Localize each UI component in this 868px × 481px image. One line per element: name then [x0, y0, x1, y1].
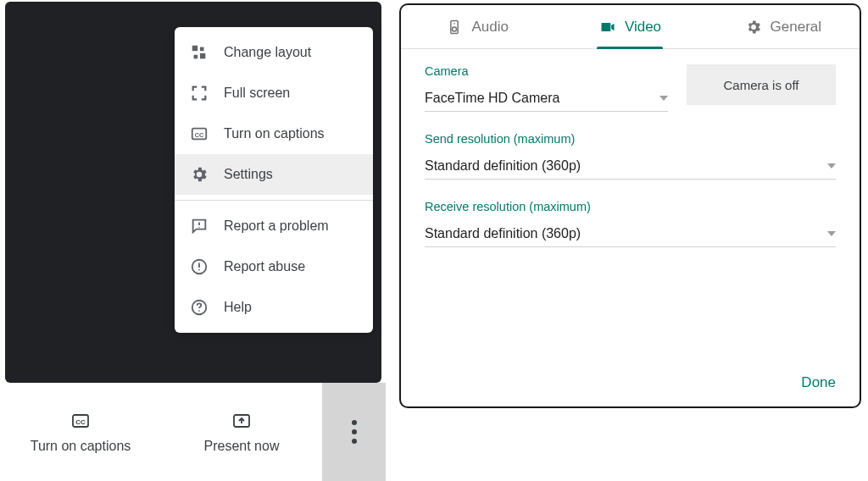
present-icon: [229, 410, 254, 432]
svg-rect-1: [200, 47, 204, 52]
send-resolution-select[interactable]: Standard definition (360p): [425, 152, 836, 180]
present-now-button[interactable]: Present now: [161, 383, 322, 481]
bottom-toolbar: CC Turn on captions Present now: [0, 383, 386, 481]
chevron-down-icon: [827, 163, 836, 169]
svg-point-10: [198, 269, 200, 271]
camera-preview: Camera is off: [687, 64, 836, 105]
left-panel: Change layout Full screen CC Turn on cap…: [0, 0, 386, 481]
tab-label: Video: [625, 19, 661, 36]
svg-point-7: [198, 227, 199, 228]
help-icon: [190, 298, 209, 317]
tab-audio[interactable]: Audio: [401, 5, 554, 48]
svg-rect-0: [192, 46, 198, 51]
receive-resolution-label: Receive resolution (maximum): [425, 200, 836, 213]
camera-field-label: Camera: [425, 64, 668, 78]
menu-item-label: Report a problem: [224, 218, 329, 234]
menu-item-settings[interactable]: Settings: [175, 154, 373, 195]
chevron-down-icon: [827, 231, 836, 236]
menu-item-change-layout[interactable]: Change layout: [175, 32, 373, 73]
more-vertical-icon: [352, 420, 357, 444]
menu-item-label: Change layout: [224, 45, 311, 60]
video-camera-icon: [599, 19, 616, 36]
present-button-label: Present now: [204, 439, 280, 454]
chevron-down-icon: [659, 96, 668, 101]
gear-icon: [190, 165, 209, 184]
tab-video[interactable]: Video: [554, 5, 706, 48]
camera-select-value: FaceTime HD Camera: [425, 91, 559, 106]
feedback-icon: [190, 217, 209, 235]
tab-label: General: [771, 19, 821, 36]
video-area: Change layout Full screen CC Turn on cap…: [5, 2, 381, 383]
menu-item-label: Report abuse: [224, 259, 305, 274]
captions-button-label: Turn on captions: [31, 439, 131, 454]
menu-item-captions[interactable]: CC Turn on captions: [175, 113, 373, 154]
more-options-button[interactable]: [322, 383, 386, 481]
fullscreen-icon: [190, 84, 209, 102]
more-options-menu: Change layout Full screen CC Turn on cap…: [175, 27, 373, 333]
svg-text:CC: CC: [75, 418, 86, 426]
svg-point-17: [453, 27, 457, 31]
settings-body: Camera FaceTime HD Camera Camera is off …: [401, 49, 860, 247]
camera-status-text: Camera is off: [724, 78, 799, 92]
send-resolution-value: Standard definition (360p): [425, 158, 581, 174]
svg-point-12: [198, 310, 200, 312]
send-resolution-label: Send resolution (maximum): [425, 132, 836, 146]
menu-item-help[interactable]: Help: [175, 287, 373, 328]
receive-resolution-value: Standard definition (360p): [425, 226, 581, 241]
settings-tabs: Audio Video General: [401, 5, 860, 49]
done-button[interactable]: Done: [801, 374, 836, 391]
tab-label: Audio: [471, 19, 508, 36]
svg-rect-2: [194, 55, 198, 59]
menu-item-label: Full screen: [224, 86, 290, 101]
menu-item-report-abuse[interactable]: Report abuse: [175, 246, 373, 287]
menu-divider: [175, 200, 373, 201]
layout-icon: [190, 43, 209, 62]
svg-text:CC: CC: [195, 131, 204, 139]
captions-icon: CC: [190, 124, 209, 143]
captions-icon: CC: [68, 410, 93, 432]
speaker-icon: [446, 19, 463, 36]
gear-icon: [745, 19, 762, 36]
svg-rect-3: [200, 53, 205, 58]
tab-general[interactable]: General: [707, 5, 860, 48]
menu-item-label: Settings: [224, 167, 273, 182]
camera-select[interactable]: FaceTime HD Camera: [425, 85, 668, 112]
report-abuse-icon: [190, 257, 209, 276]
receive-resolution-select[interactable]: Standard definition (360p): [425, 220, 836, 247]
menu-item-full-screen[interactable]: Full screen: [175, 73, 373, 113]
svg-point-18: [454, 23, 456, 25]
menu-item-label: Help: [224, 300, 252, 315]
menu-item-label: Turn on captions: [224, 126, 325, 141]
settings-dialog: Audio Video General Camera FaceTime HD C…: [399, 3, 861, 408]
menu-item-report-problem[interactable]: Report a problem: [175, 206, 373, 246]
captions-button[interactable]: CC Turn on captions: [0, 383, 161, 481]
